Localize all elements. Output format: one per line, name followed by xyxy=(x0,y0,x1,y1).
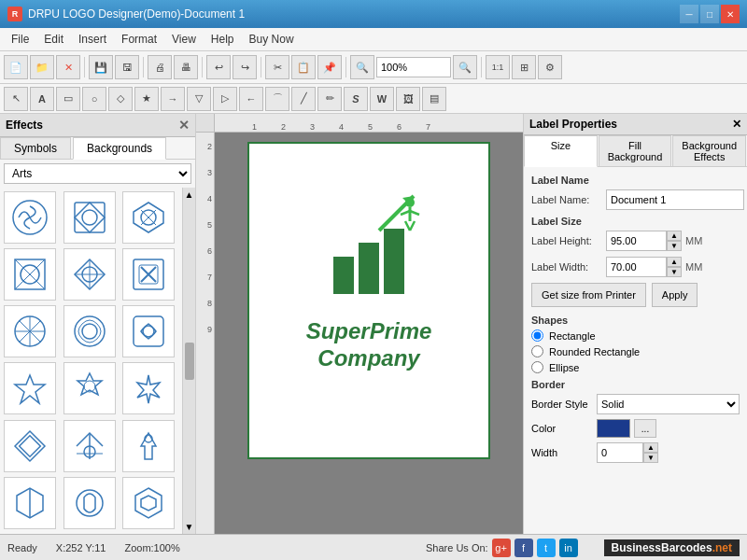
chevron-tool[interactable]: ▷ xyxy=(213,87,237,111)
title-bar: R DRPU LOGO Designer(Demo)-Document 1 ─ … xyxy=(0,0,747,28)
arrow-tool[interactable]: → xyxy=(161,87,185,111)
select-tool[interactable]: ↖ xyxy=(4,87,28,111)
print-setup-button[interactable]: 🖨 xyxy=(148,55,172,79)
label-height-up[interactable]: ▲ xyxy=(667,231,682,241)
save-button[interactable]: 💾 xyxy=(89,55,113,79)
linkedin-share-icon[interactable]: in xyxy=(559,539,578,557)
wordart-tool[interactable]: S xyxy=(344,87,368,111)
shape-rectangle-radio[interactable] xyxy=(531,329,543,342)
text-tool[interactable]: A xyxy=(30,87,54,111)
effect-item[interactable] xyxy=(63,362,116,414)
effect-item[interactable] xyxy=(122,248,175,301)
effect-item[interactable] xyxy=(4,248,56,301)
menu-buynow[interactable]: Buy Now xyxy=(242,31,302,48)
border-style-select[interactable]: Solid Dashed Dotted None xyxy=(597,394,740,414)
barcode-tool[interactable]: ▤ xyxy=(422,87,446,111)
new-button[interactable]: 📄 xyxy=(4,55,28,79)
effects-category-dropdown[interactable]: Arts Nature Business Technology xyxy=(4,163,191,184)
minimize-button[interactable]: ─ xyxy=(680,5,698,23)
get-size-from-printer-button[interactable]: Get size from Printer xyxy=(531,283,646,307)
border-color-swatch[interactable] xyxy=(597,419,630,438)
effect-item[interactable] xyxy=(122,191,175,244)
zoom-in-button[interactable]: 🔍 xyxy=(453,55,477,79)
effect-item[interactable] xyxy=(122,477,175,529)
ellipse-tool[interactable]: ○ xyxy=(82,87,106,111)
image-tool[interactable]: 🖼 xyxy=(396,87,420,111)
fit-page-button[interactable]: 1:1 xyxy=(486,55,510,79)
open-button[interactable]: 📁 xyxy=(30,55,54,79)
apply-button[interactable]: Apply xyxy=(652,283,698,307)
menu-view[interactable]: View xyxy=(164,31,204,48)
copy-button[interactable]: 📋 xyxy=(291,55,316,79)
tab-size[interactable]: Size xyxy=(524,135,598,167)
google-share-icon[interactable]: g+ xyxy=(492,539,511,557)
tab-background-effects[interactable]: Background Effects xyxy=(672,135,746,166)
maximize-button[interactable]: □ xyxy=(700,5,719,23)
cut-button[interactable]: ✂ xyxy=(265,55,289,79)
scroll-up[interactable]: ▲ xyxy=(185,189,194,200)
zoom-out-button[interactable]: 🔍 xyxy=(350,55,374,79)
effect-item[interactable] xyxy=(122,420,175,472)
twitter-share-icon[interactable]: t xyxy=(537,539,556,557)
save-as-button[interactable]: 🖫 xyxy=(115,55,139,79)
rect-tool[interactable]: ▭ xyxy=(56,87,80,111)
label-width-input[interactable] xyxy=(606,257,667,277)
effect-item[interactable] xyxy=(63,191,116,244)
print-button[interactable]: 🖶 xyxy=(174,55,198,79)
grid-button[interactable]: ⊞ xyxy=(512,55,536,79)
effects-panel-close[interactable]: ✕ xyxy=(178,118,190,133)
facebook-share-icon[interactable]: f xyxy=(514,539,533,557)
label-width-down[interactable]: ▼ xyxy=(667,267,682,277)
effect-item[interactable] xyxy=(4,362,56,414)
effect-item[interactable] xyxy=(4,305,56,357)
status-brand: BusinessBarcodes.net xyxy=(604,539,740,556)
options-button[interactable]: ⚙ xyxy=(538,55,562,79)
label-width-up[interactable]: ▲ xyxy=(667,257,682,267)
effect-item[interactable] xyxy=(63,477,116,529)
design-canvas[interactable]: SuperPrimeCompany xyxy=(247,142,490,459)
pen-tool[interactable]: ✏ xyxy=(317,87,342,111)
redo-button[interactable]: ↪ xyxy=(233,55,257,79)
close-doc-button[interactable]: ✕ xyxy=(56,55,80,79)
border-width-up[interactable]: ▲ xyxy=(643,442,658,453)
word-tool[interactable]: W xyxy=(370,87,394,111)
label-properties-close[interactable]: ✕ xyxy=(732,118,741,131)
label-name-input[interactable] xyxy=(606,189,744,210)
tab-fill-background[interactable]: Fill Background xyxy=(599,135,672,166)
effect-item[interactable] xyxy=(122,362,175,414)
close-button[interactable]: ✕ xyxy=(721,5,740,23)
back-arrow-tool[interactable]: ← xyxy=(239,87,263,111)
shape-ellipse-radio[interactable] xyxy=(531,361,543,373)
effect-item[interactable] xyxy=(122,305,175,357)
tab-backgrounds[interactable]: Backgrounds xyxy=(73,137,166,160)
border-color-picker-button[interactable]: ... xyxy=(634,419,656,438)
shape-tool[interactable]: ◇ xyxy=(108,87,133,111)
undo-button[interactable]: ↩ xyxy=(206,55,231,79)
effect-item[interactable] xyxy=(63,420,116,472)
shape-rounded-radio[interactable] xyxy=(531,345,543,357)
border-width-input[interactable] xyxy=(597,442,643,463)
label-height-down[interactable]: ▼ xyxy=(667,241,682,251)
menu-insert[interactable]: Insert xyxy=(71,31,114,48)
svg-line-23 xyxy=(405,221,410,231)
menu-help[interactable]: Help xyxy=(204,31,242,48)
tab-symbols[interactable]: Symbols xyxy=(0,137,71,159)
line-tool[interactable]: ╱ xyxy=(291,87,316,111)
triangle-tool[interactable]: ▽ xyxy=(187,87,211,111)
scroll-thumb[interactable] xyxy=(185,343,194,380)
menu-format[interactable]: Format xyxy=(114,31,164,48)
paste-button[interactable]: 📌 xyxy=(317,55,342,79)
effect-item[interactable] xyxy=(4,477,56,529)
effect-item[interactable] xyxy=(4,420,56,472)
curve-tool[interactable]: ⌒ xyxy=(265,87,289,111)
label-height-input[interactable] xyxy=(606,231,667,251)
effect-item[interactable] xyxy=(63,305,116,357)
star-tool[interactable]: ★ xyxy=(134,87,159,111)
menu-edit[interactable]: Edit xyxy=(36,31,71,48)
zoom-input[interactable]: 100% xyxy=(376,57,451,77)
border-width-down[interactable]: ▼ xyxy=(643,453,658,463)
menu-file[interactable]: File xyxy=(4,31,36,48)
scroll-down[interactable]: ▼ xyxy=(185,522,194,532)
effect-item[interactable] xyxy=(63,248,116,301)
effect-item[interactable] xyxy=(4,191,56,244)
